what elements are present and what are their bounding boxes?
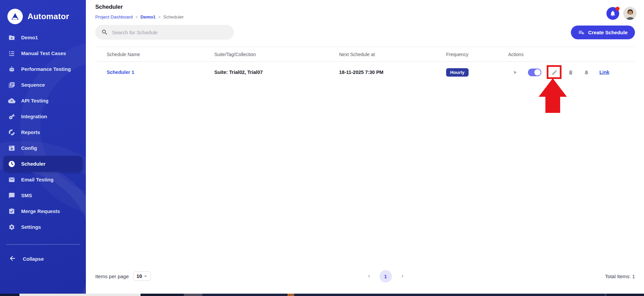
create-schedule-label: Create Schedule — [588, 30, 628, 35]
schedule-name-link[interactable]: Scheduler 1 — [107, 70, 134, 75]
robot-icon — [8, 66, 15, 73]
clock-icon — [8, 160, 15, 168]
page-number[interactable]: 1 — [379, 270, 392, 283]
sidebar-item-label: Demo1 — [21, 35, 38, 40]
notification-dot — [615, 7, 620, 11]
next-page-button[interactable] — [399, 273, 405, 279]
chevron-down-icon — [144, 274, 148, 278]
pie-chart-icon — [8, 129, 15, 136]
sidebar-item-label: Integration — [21, 114, 47, 119]
suite-cell: Suite: Trial02, Trial07 — [214, 70, 339, 75]
run-button[interactable] — [512, 70, 518, 75]
app-logo: Automator — [0, 0, 86, 24]
sidebar-item-demo1[interactable]: Demo1 — [0, 30, 86, 45]
list-footer: Items per page 10 1 Total Items: 1 — [95, 270, 635, 282]
column-actions: Actions — [508, 52, 635, 57]
key-icon — [8, 113, 15, 120]
sidebar-item-merge-requests[interactable]: Merge Requests — [0, 203, 86, 219]
actions-cell: Link — [508, 69, 635, 76]
table-header-row: Schedule Name Suite/Tag/Collection Next … — [95, 47, 635, 62]
sidebar-item-sequence[interactable]: Sequence — [0, 77, 86, 93]
sidebar-item-label: Manual Test Cases — [21, 50, 66, 56]
create-schedule-button[interactable]: Create Schedule — [571, 26, 635, 39]
breadcrumb-project-dashboard[interactable]: Project Dashboard — [95, 14, 133, 19]
schedule-enabled-toggle[interactable] — [528, 69, 541, 76]
frequency-badge: Hourly — [446, 68, 469, 77]
app-title: Automator — [28, 12, 69, 21]
clipboard-check-icon — [8, 208, 15, 215]
sidebar-item-sms[interactable]: SMS — [0, 187, 86, 203]
config-window-icon — [8, 144, 15, 152]
sidebar-item-reports[interactable]: Reports — [0, 124, 86, 140]
breadcrumb-demo1[interactable]: Demo1 — [141, 14, 156, 19]
automator-logo-icon — [7, 9, 23, 24]
column-frequency: Frequency — [446, 52, 508, 57]
app-window: Automator Demo1 Manual Test Cases Perfor… — [0, 0, 644, 294]
bell-icon — [584, 70, 589, 75]
page-title: Scheduler — [95, 0, 635, 10]
schedule-table: Schedule Name Suite/Tag/Collection Next … — [95, 47, 635, 83]
list-icon — [8, 50, 15, 57]
column-next-schedule-at: Next Schedule at — [339, 52, 446, 57]
play-icon — [512, 70, 518, 75]
previous-page-button[interactable] — [366, 273, 372, 279]
toolbar: Create Schedule — [95, 25, 635, 40]
items-per-page-label: Items per page — [95, 273, 129, 279]
search-bar[interactable] — [95, 25, 234, 40]
sidebar-item-settings[interactable]: Settings — [0, 219, 86, 235]
folder-icon — [8, 34, 15, 41]
delete-button[interactable] — [568, 70, 574, 75]
avatar-photo-icon — [624, 7, 637, 20]
playlist-add-icon — [578, 29, 585, 36]
chat-bubble-icon — [8, 192, 15, 199]
edit-button[interactable] — [551, 69, 558, 76]
chevron-right-icon: > — [158, 15, 161, 19]
chevron-right-icon: > — [136, 15, 138, 19]
sidebar-item-label: Email Testing — [21, 177, 53, 182]
total-items: Total Items: 1 — [605, 273, 635, 279]
envelope-icon — [8, 176, 15, 183]
chevron-left-icon — [366, 273, 372, 279]
user-avatar[interactable] — [623, 7, 637, 20]
sidebar-item-scheduler[interactable]: Scheduler — [3, 156, 83, 172]
sidebar-item-label: API Testing — [21, 98, 48, 103]
sidebar-item-label: Sequence — [21, 82, 45, 88]
sidebar-item-label: Performance Testing — [21, 66, 71, 72]
pagination: 1 — [366, 270, 405, 283]
notifications-button[interactable] — [606, 7, 619, 20]
sidebar-item-config[interactable]: Config — [0, 140, 86, 156]
notify-button[interactable] — [584, 70, 589, 75]
link-action[interactable]: Link — [599, 70, 609, 75]
column-schedule-name: Schedule Name — [95, 52, 214, 57]
sidebar-item-api-testing[interactable]: API Testing — [0, 93, 86, 109]
book-icon — [8, 81, 15, 89]
sidebar-item-performance-testing[interactable]: Performance Testing — [0, 61, 86, 77]
sidebar-item-label: Settings — [21, 224, 41, 230]
gear-icon — [8, 223, 15, 231]
pencil-icon — [551, 69, 558, 76]
breadcrumb-current: Scheduler — [163, 14, 184, 19]
sidebar-item-label: Reports — [21, 129, 40, 135]
search-icon — [101, 29, 108, 36]
collapse-label: Collapse — [23, 256, 44, 262]
arrow-left-icon — [9, 255, 16, 263]
items-per-page-select[interactable]: 10 — [133, 271, 151, 281]
toggle-knob — [534, 69, 541, 76]
sidebar-item-label: Scheduler — [21, 161, 46, 167]
sidebar: Automator Demo1 Manual Test Cases Perfor… — [0, 0, 86, 294]
cloud-icon — [8, 97, 15, 104]
sidebar-item-email-testing[interactable]: Email Testing — [0, 172, 86, 187]
chevron-right-icon — [399, 273, 405, 279]
sidebar-item-integration[interactable]: Integration — [0, 109, 86, 124]
collapse-button[interactable]: Collapse — [0, 251, 86, 266]
bell-icon — [609, 10, 616, 17]
items-per-page: Items per page 10 — [95, 271, 151, 281]
sidebar-item-label: Merge Requests — [21, 208, 60, 214]
table-row: Scheduler 1 Suite: Trial02, Trial07 18-1… — [95, 62, 635, 83]
trash-icon — [568, 70, 574, 75]
sidebar-nav: Demo1 Manual Test Cases Performance Test… — [0, 30, 86, 235]
search-input[interactable] — [112, 30, 228, 35]
sidebar-item-manual-test-cases[interactable]: Manual Test Cases — [0, 45, 86, 61]
sidebar-divider — [6, 244, 80, 245]
main-content: Scheduler Project Dashboard > Demo1 > Sc… — [86, 0, 644, 294]
